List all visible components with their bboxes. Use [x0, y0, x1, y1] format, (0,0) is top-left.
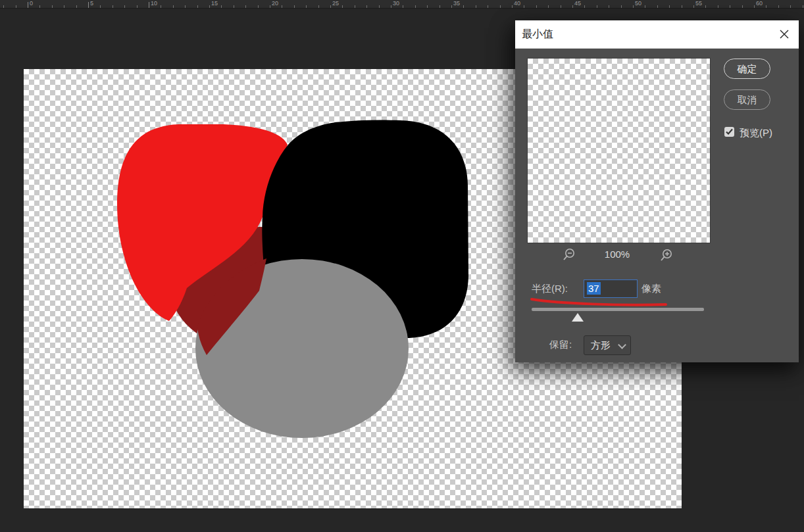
ruler-minor-tick	[561, 5, 561, 8]
ruler-minor-tick	[245, 5, 246, 8]
ruler-minor-tick	[572, 5, 573, 8]
ruler-minor-tick	[754, 5, 755, 8]
ruler-minor-tick	[693, 5, 694, 8]
ruler-minor-tick	[609, 5, 609, 8]
ruler-minor-tick	[463, 5, 464, 8]
ruler-label: 50	[635, 0, 641, 7]
minimum-filter-dialog: 最小值 100%	[515, 20, 799, 362]
ruler-minor-tick	[282, 5, 282, 8]
ruler-minor-tick	[766, 5, 766, 8]
ruler-minor-tick	[355, 5, 355, 8]
ruler-minor-tick	[778, 5, 779, 8]
checkmark-icon	[725, 128, 734, 135]
ruler-label: 25	[332, 0, 339, 7]
radius-slider-thumb[interactable]	[572, 313, 584, 322]
ruler-minor-tick	[621, 5, 622, 8]
ruler-minor-tick	[536, 5, 537, 8]
dialog-title: 最小值	[522, 20, 553, 48]
ruler-minor-tick	[427, 5, 428, 8]
ruler-minor-tick	[790, 5, 791, 8]
ruler-minor-tick	[803, 5, 803, 8]
ruler-minor-tick	[342, 5, 343, 8]
ruler-minor-tick	[669, 5, 670, 8]
ruler-label: 60	[756, 0, 763, 7]
ruler-minor-tick	[645, 5, 645, 8]
ruler-minor-tick	[209, 5, 210, 8]
ruler-minor-tick	[548, 5, 549, 8]
preview-zoom-level: 100%	[588, 249, 647, 260]
ruler-label: 15	[211, 0, 218, 7]
ruler-minor-tick	[161, 5, 161, 8]
ruler-major-tick	[149, 2, 149, 8]
ruler-minor-tick	[391, 5, 391, 8]
ruler-major-tick	[88, 2, 89, 8]
ruler-minor-tick	[173, 5, 174, 8]
ruler-minor-tick	[185, 5, 186, 8]
dialog-body: 100% 半径(R): 37 像素 保留:	[515, 49, 799, 362]
ruler-minor-tick	[440, 5, 440, 8]
ruler-major-tick	[28, 2, 28, 8]
ruler-minor-tick	[39, 5, 40, 8]
ruler-label: 30	[393, 0, 399, 7]
ruler-minor-tick	[742, 5, 743, 8]
ruler-minor-tick	[76, 5, 77, 8]
ruler-minor-tick	[124, 5, 125, 8]
ruler-minor-tick	[524, 5, 524, 8]
ruler-minor-tick	[258, 5, 259, 8]
filter-preview-thumbnail[interactable]	[527, 58, 711, 243]
ruler-minor-tick	[100, 5, 101, 8]
preserve-label: 保留:	[549, 339, 572, 351]
ruler-minor-tick	[705, 5, 706, 8]
ruler-minor-tick	[451, 5, 452, 8]
ruler-minor-tick	[682, 5, 682, 8]
ruler-label: 40	[514, 0, 520, 7]
ruler-minor-tick	[3, 5, 4, 8]
ruler-minor-tick	[318, 5, 319, 8]
radius-row: 半径(R): 37 像素	[515, 279, 799, 299]
magnifier-plus-icon[interactable]	[659, 249, 674, 263]
ruler-minor-tick	[657, 5, 658, 8]
ruler-minor-tick	[197, 5, 198, 8]
radius-input[interactable]: 37	[584, 279, 638, 298]
ruler-minor-tick	[730, 5, 730, 8]
preserve-dropdown-value: 方形	[591, 336, 611, 354]
radius-slider-track[interactable]	[532, 308, 704, 311]
ruler-minor-tick	[476, 5, 476, 8]
ruler-minor-tick	[16, 5, 16, 8]
ruler-label: 0	[30, 0, 33, 7]
ruler-minor-tick	[415, 5, 416, 8]
ruler-minor-tick	[52, 5, 53, 8]
ruler-label: 55	[695, 0, 702, 7]
ruler-minor-tick	[221, 5, 222, 8]
ruler-minor-tick	[366, 5, 367, 8]
preview-checkbox-label: 预览(P)	[740, 127, 772, 139]
close-icon[interactable]	[779, 29, 790, 39]
ruler-minor-tick	[330, 5, 331, 8]
radius-label: 半径(R):	[532, 283, 568, 295]
cancel-button[interactable]: 取消	[724, 89, 770, 110]
ruler-minor-tick	[597, 5, 597, 8]
radius-unit-label: 像素	[641, 283, 661, 295]
ruler-minor-tick	[584, 5, 585, 8]
ruler-label: 20	[272, 0, 278, 7]
ok-button[interactable]: 确定	[724, 59, 770, 79]
ruler-minor-tick	[403, 5, 403, 8]
radius-input-selected-text: 37	[587, 282, 601, 295]
ruler-minor-tick	[113, 5, 113, 8]
ruler-minor-tick	[512, 5, 513, 8]
dialog-titlebar[interactable]: 最小值	[515, 20, 799, 49]
ruler-label: 45	[574, 0, 581, 7]
magnifier-minus-icon[interactable]	[562, 248, 576, 262]
preview-checkbox[interactable]	[724, 127, 734, 137]
ruler-minor-tick	[270, 5, 270, 8]
chevron-down-icon	[618, 341, 626, 349]
ruler-minor-tick	[500, 5, 501, 8]
ruler-minor-tick	[306, 5, 307, 8]
ruler-minor-tick	[64, 5, 64, 8]
preserve-row: 保留: 方形	[515, 334, 799, 355]
preserve-dropdown[interactable]: 方形	[584, 335, 631, 355]
horizontal-ruler: 051015202530354045505560	[0, 0, 804, 9]
ruler-label: 35	[453, 0, 460, 7]
ruler-minor-tick	[137, 5, 138, 8]
ruler-minor-tick	[294, 5, 295, 8]
